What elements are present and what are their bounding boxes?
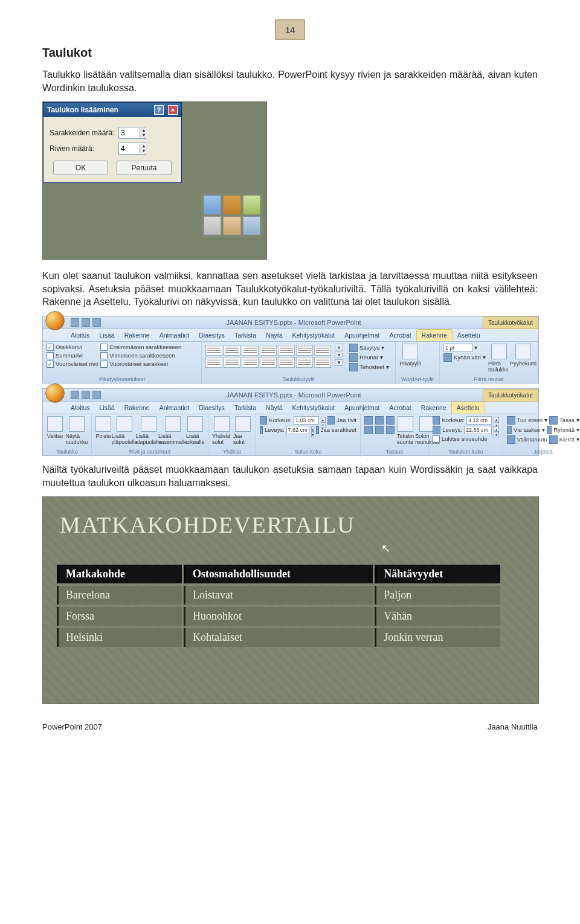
effects-dropdown[interactable]: Tehosteet ▾ [349, 363, 389, 371]
col-left-icon [165, 416, 181, 432]
insert-right-button[interactable]: Lisää oikealle [186, 416, 205, 445]
pen-color-icon [443, 353, 452, 362]
check-banded-rows[interactable]: ✓Vuoroväriset rivit [47, 361, 98, 368]
tab-lisaa[interactable]: Lisää [95, 402, 120, 414]
selection-pane-button[interactable]: Valintaruutu Kierrä ▾ [507, 435, 579, 444]
ok-button[interactable]: OK [53, 161, 108, 175]
gallery-next-icon[interactable]: ▾ [335, 351, 343, 358]
tab-diaesitys[interactable]: Diaesitys [194, 329, 230, 341]
check-total-row[interactable]: Summarivi [47, 352, 98, 359]
tab-rakenne-main[interactable]: Rakenne [120, 329, 155, 341]
shading-dropdown[interactable]: Sävytys ▾ [349, 344, 389, 352]
insert-media-icon[interactable] [243, 216, 260, 236]
check-last-column[interactable]: Viimeiseen sarakkeeseen [100, 352, 181, 359]
split-icon [235, 416, 251, 432]
tab-kehitystyokalut[interactable]: Kehitystyökalut [288, 329, 340, 341]
merge-cells-button[interactable]: Yhdistä solut [212, 416, 231, 445]
gallery-prev-icon[interactable]: ▴ [335, 344, 343, 350]
cell-height-field[interactable]: Korkeus: 1,03 cm▴▾ Jaa rivit [260, 416, 356, 425]
tab-tarkista[interactable]: Tarkista [230, 402, 261, 414]
tab-kehitystyokalut[interactable]: Kehitystyökalut [288, 402, 340, 414]
align-tl-icon[interactable] [364, 416, 373, 425]
effects-icon [349, 363, 358, 371]
pen-color-dropdown[interactable]: Kynän väri ▾ [443, 353, 486, 362]
insert-above-button[interactable]: Lisää yläpuolelle [114, 416, 135, 445]
qat-save-icon[interactable] [71, 391, 79, 399]
tab-aloitus[interactable]: Aloitus [66, 402, 95, 414]
tab-rakenne[interactable]: Rakenne [416, 329, 453, 341]
page-number: 14 [285, 25, 295, 35]
table-styles-gallery[interactable] [205, 344, 331, 368]
pen-weight-dropdown[interactable]: 1 pt ▾ [443, 344, 486, 352]
borders-dropdown[interactable]: Reunat ▾ [349, 353, 389, 362]
align-tc-icon[interactable] [375, 416, 384, 425]
qat-save-icon[interactable] [71, 318, 79, 327]
tab-nayta[interactable]: Näytä [261, 402, 287, 414]
tab-asettelu[interactable]: Asettelu [453, 329, 485, 341]
align-tr-icon[interactable] [386, 416, 395, 425]
rows-spinner[interactable]: ▴▾ [118, 143, 146, 155]
tab-acrobat[interactable]: Acrobat [385, 329, 416, 341]
tab-lisaa[interactable]: Lisää [95, 329, 120, 341]
insert-below-button[interactable]: Lisää alapuolelle [138, 416, 160, 445]
tab-animaatiot[interactable]: Animaatiot [155, 329, 195, 341]
table-width-field[interactable]: Leveys: 22,86 cm▴▾ [433, 426, 499, 434]
text-direction-button[interactable]: Tekstin suunta [397, 416, 414, 445]
select-button[interactable]: Valitse [47, 416, 63, 439]
lock-aspect-check[interactable]: Lukitse sivusuhde [433, 435, 499, 443]
insert-chart-icon[interactable] [223, 195, 240, 214]
quick-styles-button[interactable]: Pikatyylit [399, 344, 421, 367]
check-first-column[interactable]: Ensimmäisen sarakkeeseen [100, 344, 181, 351]
close-icon[interactable]: × [168, 105, 178, 115]
qat-redo-icon[interactable] [92, 318, 101, 327]
check-banded-columns[interactable]: Vuoroväriset sarakkeet [100, 361, 181, 368]
office-button-icon[interactable] [45, 383, 65, 403]
insert-left-button[interactable]: Lisää vasemmalle [162, 416, 184, 445]
qat-undo-icon[interactable] [82, 318, 90, 327]
delete-icon [95, 416, 111, 432]
delete-button[interactable]: Poista [95, 416, 111, 439]
insert-picture-icon[interactable] [204, 216, 221, 236]
office-button-icon[interactable] [45, 311, 65, 330]
align-bl-icon[interactable] [364, 426, 373, 434]
tab-rakenne[interactable]: Rakenne [416, 402, 451, 414]
bring-forward-button[interactable]: Tuo eteen ▾ Tasaa ▾ [507, 416, 579, 425]
insert-clipart-icon[interactable] [223, 216, 240, 236]
send-backward-button[interactable]: Vie taakse ▾ Ryhmitä ▾ [507, 426, 579, 434]
tab-acrobat[interactable]: Acrobat [385, 402, 416, 414]
draw-table-button[interactable]: Piirrä taulukko [488, 344, 510, 373]
qat-undo-icon[interactable] [82, 391, 90, 399]
table-height-field[interactable]: Korkeus: 4,12 cm▴▾ [433, 416, 499, 425]
rows-value[interactable] [119, 144, 140, 153]
columns-value[interactable] [119, 129, 140, 137]
spin-down-icon[interactable]: ▾ [140, 133, 147, 138]
split-cells-button[interactable]: Jaa solut [233, 416, 252, 445]
help-icon[interactable]: ? [154, 105, 164, 115]
check-header-row[interactable]: ✓Otsikkorivi [47, 344, 98, 351]
dialog-title-text: Taulukon lisääminen [47, 106, 118, 114]
spin-down-icon[interactable]: ▾ [140, 149, 147, 153]
tab-asettelu[interactable]: Asettelu [451, 402, 485, 414]
qat-redo-icon[interactable] [92, 391, 101, 399]
tab-aloitus[interactable]: Aloitus [66, 329, 95, 341]
cell-width-field[interactable]: Leveys: 7,62 cm▴▾ Jaa sarakkeet [260, 426, 356, 434]
tab-tarkista[interactable]: Tarkista [230, 329, 261, 341]
insert-smartart-icon[interactable] [243, 195, 260, 214]
align-br-icon[interactable] [386, 426, 395, 434]
group-icon [547, 426, 552, 434]
footer-right: Jaana Nuuttila [488, 722, 538, 731]
columns-spinner[interactable]: ▴▾ [118, 127, 146, 139]
eraser-button[interactable]: Pyyhekumi [512, 344, 534, 367]
cancel-button[interactable]: Peruuta [117, 161, 172, 175]
tab-apuohjelmat[interactable]: Apuohjelmat [340, 402, 384, 414]
tab-apuohjelmat[interactable]: Apuohjelmat [340, 329, 384, 341]
tab-rakenne-main[interactable]: Rakenne [120, 402, 155, 414]
tab-diaesitys[interactable]: Diaesitys [194, 402, 230, 414]
insert-table-icon[interactable] [204, 195, 221, 214]
view-gridlines-button[interactable]: Näytä ruudukko [66, 416, 88, 445]
align-bc-icon[interactable] [375, 426, 384, 434]
tab-animaatiot[interactable]: Animaatiot [155, 402, 195, 414]
tab-nayta[interactable]: Näytä [261, 329, 287, 341]
gallery-more-icon[interactable]: ▼ [335, 359, 343, 366]
columns-label: Sarakkeiden määrä: [50, 129, 115, 137]
